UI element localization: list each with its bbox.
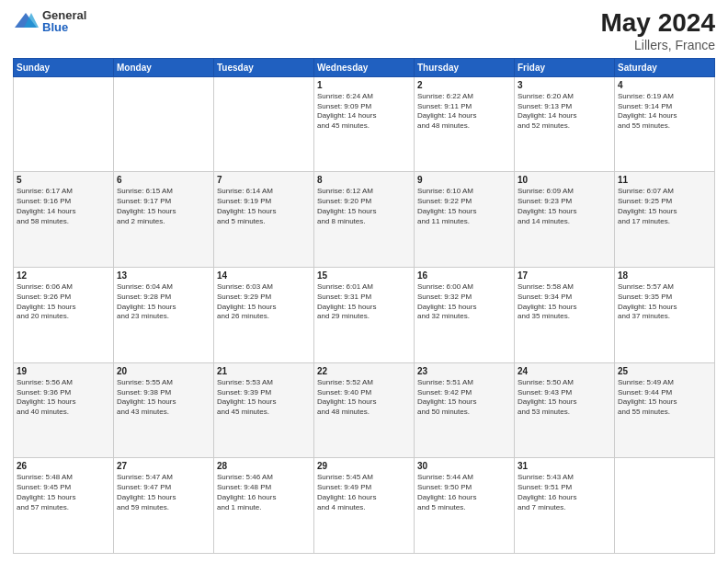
day-number: 25: [618, 366, 711, 376]
calendar-cell: 9Sunrise: 6:10 AM Sunset: 9:22 PM Daylig…: [415, 172, 515, 268]
logo-icon: [13, 11, 39, 31]
day-number: 24: [518, 366, 611, 376]
day-info: Sunrise: 5:49 AM Sunset: 9:44 PM Dayligh…: [618, 378, 711, 418]
calendar-cell: 18Sunrise: 5:57 AM Sunset: 9:35 PM Dayli…: [615, 268, 715, 363]
day-info: Sunrise: 6:17 AM Sunset: 9:16 PM Dayligh…: [17, 187, 110, 226]
calendar-subtitle: Lillers, France: [600, 38, 715, 52]
calendar-title: May 2024: [600, 9, 715, 38]
day-info: Sunrise: 5:55 AM Sunset: 9:38 PM Dayligh…: [117, 378, 210, 418]
logo-blue-text: Blue: [42, 21, 86, 33]
calendar-header: SundayMondayTuesdayWednesdayThursdayFrid…: [14, 58, 715, 76]
calendar-cell: 2Sunrise: 6:22 AM Sunset: 9:11 PM Daylig…: [415, 76, 515, 172]
day-info: Sunrise: 6:06 AM Sunset: 9:26 PM Dayligh…: [17, 282, 110, 322]
calendar-cell: 31Sunrise: 5:43 AM Sunset: 9:51 PM Dayli…: [515, 458, 615, 554]
calendar-cell: 11Sunrise: 6:07 AM Sunset: 9:25 PM Dayli…: [615, 172, 715, 268]
day-info: Sunrise: 5:47 AM Sunset: 9:47 PM Dayligh…: [117, 473, 210, 512]
day-info: Sunrise: 6:24 AM Sunset: 9:09 PM Dayligh…: [317, 92, 411, 132]
day-number: 22: [317, 366, 411, 376]
day-number: 9: [417, 175, 511, 185]
calendar-table: SundayMondayTuesdayWednesdayThursdayFrid…: [13, 58, 715, 554]
calendar-week-1: 5Sunrise: 6:17 AM Sunset: 9:16 PM Daylig…: [14, 172, 715, 268]
calendar-week-4: 26Sunrise: 5:48 AM Sunset: 9:45 PM Dayli…: [14, 458, 715, 554]
calendar-week-2: 12Sunrise: 6:06 AM Sunset: 9:26 PM Dayli…: [14, 268, 715, 363]
day-info: Sunrise: 5:46 AM Sunset: 9:48 PM Dayligh…: [217, 473, 311, 512]
day-info: Sunrise: 5:52 AM Sunset: 9:40 PM Dayligh…: [317, 378, 411, 418]
day-number: 29: [317, 461, 411, 471]
day-number: 15: [317, 270, 411, 281]
day-number: 14: [217, 270, 311, 281]
calendar-cell: 1Sunrise: 6:24 AM Sunset: 9:09 PM Daylig…: [314, 76, 415, 172]
calendar-cell: 13Sunrise: 6:04 AM Sunset: 9:28 PM Dayli…: [114, 268, 214, 363]
day-number: 5: [17, 175, 110, 185]
weekday-header-wednesday: Wednesday: [314, 58, 415, 76]
day-info: Sunrise: 6:19 AM Sunset: 9:14 PM Dayligh…: [618, 92, 711, 132]
day-info: Sunrise: 6:15 AM Sunset: 9:17 PM Dayligh…: [117, 187, 210, 226]
day-info: Sunrise: 6:22 AM Sunset: 9:11 PM Dayligh…: [417, 92, 511, 132]
day-number: 19: [17, 366, 110, 376]
day-number: 28: [217, 461, 311, 471]
day-number: 8: [317, 175, 411, 185]
day-info: Sunrise: 6:01 AM Sunset: 9:31 PM Dayligh…: [317, 282, 411, 322]
day-number: 17: [518, 270, 611, 281]
calendar-cell: 30Sunrise: 5:44 AM Sunset: 9:50 PM Dayli…: [415, 458, 515, 554]
day-number: 20: [117, 366, 210, 376]
day-info: Sunrise: 6:10 AM Sunset: 9:22 PM Dayligh…: [417, 187, 511, 226]
day-number: 26: [17, 461, 110, 471]
day-info: Sunrise: 5:57 AM Sunset: 9:35 PM Dayligh…: [618, 282, 711, 322]
day-number: 21: [217, 366, 311, 376]
day-number: 1: [317, 80, 411, 90]
calendar-cell: 21Sunrise: 5:53 AM Sunset: 9:39 PM Dayli…: [214, 362, 314, 458]
calendar-body: 1Sunrise: 6:24 AM Sunset: 9:09 PM Daylig…: [14, 76, 715, 553]
day-info: Sunrise: 5:51 AM Sunset: 9:42 PM Dayligh…: [417, 378, 511, 418]
day-info: Sunrise: 6:03 AM Sunset: 9:29 PM Dayligh…: [217, 282, 311, 322]
day-number: 13: [117, 270, 210, 281]
calendar-cell: 15Sunrise: 6:01 AM Sunset: 9:31 PM Dayli…: [314, 268, 415, 363]
calendar-cell: 24Sunrise: 5:50 AM Sunset: 9:43 PM Dayli…: [515, 362, 615, 458]
calendar-cell: 5Sunrise: 6:17 AM Sunset: 9:16 PM Daylig…: [14, 172, 114, 268]
calendar-cell: 19Sunrise: 5:56 AM Sunset: 9:36 PM Dayli…: [14, 362, 114, 458]
calendar-cell: [114, 76, 214, 172]
day-info: Sunrise: 6:04 AM Sunset: 9:28 PM Dayligh…: [117, 282, 210, 322]
calendar-cell: 28Sunrise: 5:46 AM Sunset: 9:48 PM Dayli…: [214, 458, 314, 554]
page: General Blue May 2024 Lillers, France Su…: [0, 0, 728, 563]
logo-text: General Blue: [42, 9, 86, 33]
day-info: Sunrise: 5:45 AM Sunset: 9:49 PM Dayligh…: [317, 473, 411, 512]
title-block: May 2024 Lillers, France: [600, 9, 715, 52]
calendar-cell: 16Sunrise: 6:00 AM Sunset: 9:32 PM Dayli…: [415, 268, 515, 363]
day-info: Sunrise: 5:50 AM Sunset: 9:43 PM Dayligh…: [518, 378, 611, 418]
day-number: 10: [518, 175, 611, 185]
calendar-cell: 25Sunrise: 5:49 AM Sunset: 9:44 PM Dayli…: [615, 362, 715, 458]
calendar-cell: 17Sunrise: 5:58 AM Sunset: 9:34 PM Dayli…: [515, 268, 615, 363]
weekday-header-monday: Monday: [114, 58, 214, 76]
day-number: 7: [217, 175, 311, 185]
calendar-week-3: 19Sunrise: 5:56 AM Sunset: 9:36 PM Dayli…: [14, 362, 715, 458]
day-info: Sunrise: 6:07 AM Sunset: 9:25 PM Dayligh…: [618, 187, 711, 226]
day-info: Sunrise: 5:44 AM Sunset: 9:50 PM Dayligh…: [417, 473, 511, 512]
weekday-header-tuesday: Tuesday: [214, 58, 314, 76]
day-number: 6: [117, 175, 210, 185]
day-number: 4: [618, 80, 711, 90]
day-info: Sunrise: 5:48 AM Sunset: 9:45 PM Dayligh…: [17, 473, 110, 512]
day-info: Sunrise: 6:12 AM Sunset: 9:20 PM Dayligh…: [317, 187, 411, 226]
day-number: 18: [618, 270, 711, 281]
calendar-cell: [14, 76, 114, 172]
weekday-header-thursday: Thursday: [415, 58, 515, 76]
weekday-header-friday: Friday: [515, 58, 615, 76]
calendar-cell: 4Sunrise: 6:19 AM Sunset: 9:14 PM Daylig…: [615, 76, 715, 172]
calendar-cell: 6Sunrise: 6:15 AM Sunset: 9:17 PM Daylig…: [114, 172, 214, 268]
day-info: Sunrise: 6:09 AM Sunset: 9:23 PM Dayligh…: [518, 187, 611, 226]
day-number: 27: [117, 461, 210, 471]
header: General Blue May 2024 Lillers, France: [13, 9, 715, 52]
day-number: 3: [518, 80, 611, 90]
day-number: 11: [618, 175, 711, 185]
header-row: SundayMondayTuesdayWednesdayThursdayFrid…: [14, 58, 715, 76]
day-number: 30: [417, 461, 511, 471]
day-info: Sunrise: 6:00 AM Sunset: 9:32 PM Dayligh…: [417, 282, 511, 322]
calendar-cell: [214, 76, 314, 172]
day-info: Sunrise: 5:53 AM Sunset: 9:39 PM Dayligh…: [217, 378, 311, 418]
day-info: Sunrise: 5:58 AM Sunset: 9:34 PM Dayligh…: [518, 282, 611, 322]
day-info: Sunrise: 5:43 AM Sunset: 9:51 PM Dayligh…: [518, 473, 611, 512]
calendar-cell: 20Sunrise: 5:55 AM Sunset: 9:38 PM Dayli…: [114, 362, 214, 458]
calendar-cell: 12Sunrise: 6:06 AM Sunset: 9:26 PM Dayli…: [14, 268, 114, 363]
calendar-cell: 3Sunrise: 6:20 AM Sunset: 9:13 PM Daylig…: [515, 76, 615, 172]
